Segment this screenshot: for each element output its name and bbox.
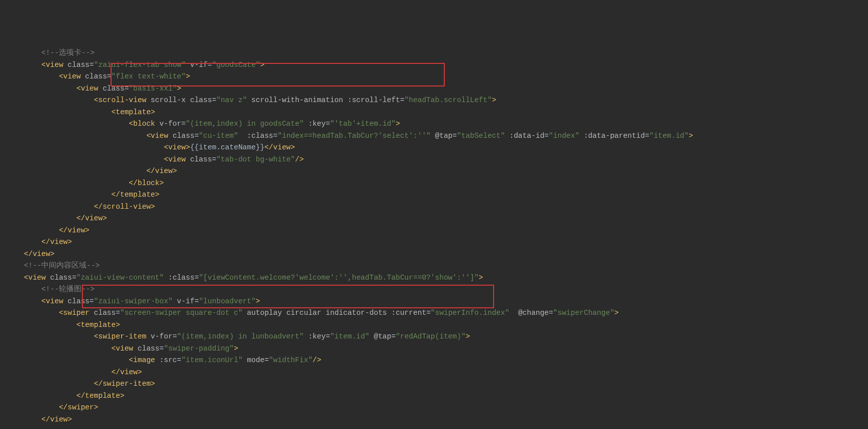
- code-line: <template>: [2, 321, 120, 329]
- code-line: <view class="swiper-padding">: [2, 345, 238, 353]
- code-line: </scroll-view>: [2, 203, 155, 211]
- code-line: <view class="zaiui-swiper-box" v-if="lun…: [2, 297, 260, 305]
- code-editor-content[interactable]: <!--选项卡--> <view class="zaiui-flex-tab s…: [0, 47, 868, 425]
- code-line: <block v-for="(item,index) in goodsCate"…: [2, 120, 400, 128]
- code-line: </view>: [2, 214, 107, 222]
- xml-comment: <!--选项卡-->: [41, 49, 94, 57]
- code-line: </block>: [2, 179, 164, 187]
- code-line: <view>{{item.cateName}}</view>: [2, 143, 295, 151]
- code-line: <view class="tab-dot bg-white"/>: [2, 155, 304, 163]
- code-line: </swiper>: [2, 403, 98, 411]
- code-line: <scroll-view scroll-x class="nav z" scro…: [2, 96, 496, 104]
- code-line: <swiper class="screen-swiper square-dot …: [2, 309, 619, 317]
- code-line: <view class="zaiui-flex-tab show" v-if="…: [2, 61, 264, 69]
- xml-comment: <!--轮播图-->: [41, 285, 94, 293]
- code-line: </template>: [2, 191, 159, 199]
- code-line: <!--轮播图-->: [2, 285, 94, 293]
- code-line: <swiper-item v-for="(item,index) in lunb…: [2, 332, 470, 340]
- xml-comment: <!--中间内容区域-->: [24, 262, 100, 270]
- code-line: <template>: [2, 108, 155, 116]
- code-line: <view class="basis-xxl">: [2, 84, 181, 93]
- code-line: <view class="flex text-white">: [2, 72, 190, 80]
- code-line: <image :src="item.iconUrl" mode="widthFi…: [2, 356, 321, 364]
- code-line: <!--选项卡-->: [2, 49, 94, 57]
- code-line: </view>: [2, 226, 89, 234]
- code-line: </view>: [2, 167, 177, 175]
- code-line: </swiper-item>: [2, 380, 155, 388]
- code-line: </view>: [2, 368, 142, 376]
- code-line: <view class="cu-item" :class="index==hea…: [2, 132, 693, 140]
- code-line: <!--中间内容区域-->: [2, 262, 100, 270]
- code-line: <view class="zaiui-view-content" :class=…: [2, 274, 483, 282]
- code-line: </template>: [2, 392, 125, 400]
- code-line: </view>: [2, 415, 72, 423]
- code-line: </view>: [2, 250, 54, 258]
- code-line: </view>: [2, 238, 72, 246]
